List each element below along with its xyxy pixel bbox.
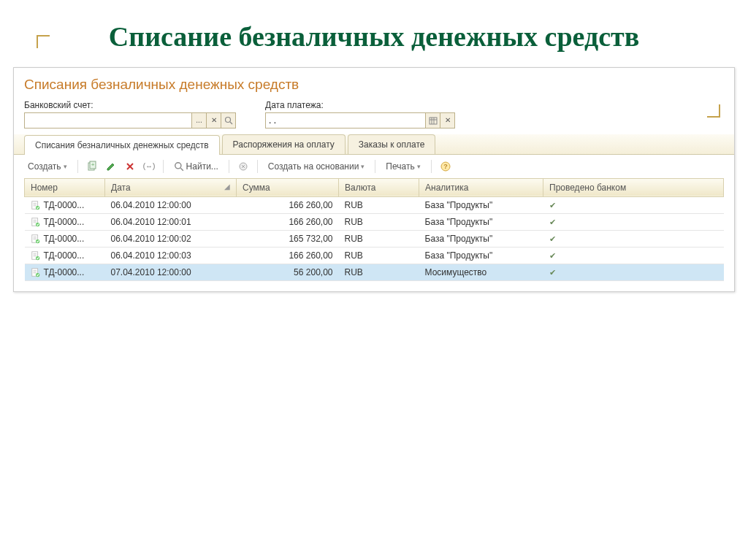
cell-currency: RUB	[339, 196, 419, 213]
table-row[interactable]: ТД-0000...06.04.2010 12:00:00166 260,00R…	[25, 196, 724, 213]
cell-date: 06.04.2010 12:00:02	[105, 230, 237, 247]
cell-currency: RUB	[339, 230, 419, 247]
cell-sum: 166 260,00	[237, 196, 339, 213]
tab-label: Списания безналичных денежных средств	[35, 140, 209, 150]
print-button[interactable]: Печать▾	[382, 160, 424, 173]
corner-decoration-br	[707, 104, 720, 118]
cell-date: 06.04.2010 12:00:01	[105, 213, 237, 230]
account-input[interactable]	[24, 112, 192, 129]
date-calendar-button[interactable]	[426, 112, 440, 129]
table-header-row: Номер Дата◢ Сумма Валюта Аналитика Прове…	[25, 178, 724, 196]
table-row[interactable]: ТД-0000...06.04.2010 12:00:01166 260,00R…	[25, 213, 724, 230]
col-sum[interactable]: Сумма	[237, 178, 339, 196]
tab-label: Заказы к оплате	[359, 139, 425, 150]
find-button[interactable]: Найти...	[170, 160, 222, 173]
document-icon	[31, 217, 41, 227]
sort-icon: ◢	[224, 183, 230, 191]
check-icon: ✔	[549, 201, 556, 210]
cell-bank: ✔	[543, 247, 724, 264]
search-icon	[174, 161, 184, 172]
document-icon	[31, 234, 41, 244]
document-icon	[31, 267, 41, 277]
edit-button[interactable]	[104, 159, 118, 174]
delete-button[interactable]	[123, 159, 137, 174]
cell-bank: ✔	[543, 230, 724, 247]
cell-number: ТД-0000...	[44, 234, 85, 244]
create-button[interactable]: Создать▾	[24, 160, 71, 173]
cell-sum: 166 260,00	[237, 213, 339, 230]
tab-label: Распоряжения на оплату	[233, 139, 335, 150]
date-clear-button[interactable]: ✕	[440, 112, 455, 129]
cell-sum: 166 260,00	[237, 247, 339, 264]
cell-sum: 165 732,00	[237, 230, 339, 247]
filter-clear-button[interactable]	[236, 159, 251, 174]
account-search-button[interactable]	[221, 112, 236, 129]
toolbar: Создать▾ + (↔) Найти... Создать на основ…	[14, 155, 734, 178]
account-clear-button[interactable]: ✕	[207, 112, 221, 129]
tab-pay-orders[interactable]: Заказы к оплате	[348, 134, 436, 154]
account-select-button[interactable]: ...	[192, 112, 207, 129]
svg-text:?: ?	[443, 163, 448, 170]
toggle-button[interactable]: (↔)	[142, 159, 156, 174]
table-row[interactable]: ТД-0000...06.04.2010 12:00:03166 260,00R…	[25, 247, 724, 264]
cell-analytics: База "Продукты"	[419, 247, 543, 264]
svg-text:+: +	[91, 161, 94, 168]
cell-number: ТД-0000...	[44, 267, 85, 277]
filter-bar: Банковский счет: ... ✕ Дата платежа:	[14, 100, 734, 134]
col-currency[interactable]: Валюта	[339, 178, 419, 196]
filter-account-label: Банковский счет:	[24, 100, 236, 110]
svg-point-0	[225, 117, 230, 122]
filter-icon	[237, 161, 249, 172]
cell-date: 06.04.2010 12:00:03	[105, 247, 237, 264]
separator	[77, 160, 78, 173]
dropdown-arrow-icon: ▾	[64, 163, 67, 170]
cell-bank: ✔	[543, 264, 724, 280]
separator	[431, 160, 432, 173]
help-button[interactable]: ?	[438, 159, 453, 174]
filter-account: Банковский счет: ... ✕	[24, 100, 236, 129]
col-date[interactable]: Дата◢	[105, 178, 237, 196]
check-icon: ✔	[549, 234, 556, 243]
print-label: Печать	[386, 161, 414, 172]
tab-writeoffs[interactable]: Списания безналичных денежных средств	[24, 135, 220, 155]
check-icon: ✔	[549, 268, 556, 277]
cell-currency: RUB	[339, 213, 419, 230]
dropdown-arrow-icon: ▾	[417, 163, 421, 170]
col-number[interactable]: Номер	[25, 178, 105, 196]
cell-number: ТД-0000...	[44, 217, 85, 227]
check-icon: ✔	[549, 218, 556, 226]
col-bank[interactable]: Проведено банком	[543, 178, 724, 196]
toggle-icon: (↔)	[143, 161, 155, 172]
svg-text:(↔): (↔)	[143, 162, 155, 170]
app-window: Списания безналичных денежных средств Ба…	[13, 67, 735, 292]
cell-analytics: База "Продукты"	[419, 230, 543, 247]
corner-decoration-tl	[37, 35, 50, 48]
cell-number: ТД-0000...	[44, 250, 85, 261]
find-label: Найти...	[186, 161, 218, 172]
filter-date: Дата платежа: ✕	[265, 100, 455, 129]
table-container: Номер Дата◢ Сумма Валюта Аналитика Прове…	[14, 178, 734, 291]
col-analytics[interactable]: Аналитика	[419, 178, 543, 196]
tab-orders[interactable]: Распоряжения на оплату	[222, 134, 346, 154]
document-icon	[31, 250, 41, 261]
cell-analytics: Мосимущество	[419, 264, 543, 280]
check-icon: ✔	[549, 251, 556, 260]
calendar-icon	[429, 116, 438, 125]
cell-analytics: База "Продукты"	[419, 196, 543, 213]
table-row[interactable]: ТД-0000...07.04.2010 12:00:0056 200,00RU…	[25, 264, 724, 280]
cell-number: ТД-0000...	[44, 200, 85, 210]
create-based-button[interactable]: Создать на основании▾	[264, 160, 369, 173]
slide-title: Списание безналичных денежных средств	[37, 20, 711, 54]
date-input[interactable]	[265, 112, 426, 129]
help-icon: ?	[440, 161, 451, 172]
copy-icon: +	[86, 161, 98, 172]
table-row[interactable]: ТД-0000...06.04.2010 12:00:02165 732,00R…	[25, 230, 724, 247]
create-label: Создать	[28, 161, 61, 172]
delete-icon	[124, 161, 136, 172]
copy-button[interactable]: +	[85, 159, 99, 174]
cell-bank: ✔	[543, 213, 724, 230]
cell-sum: 56 200,00	[237, 264, 339, 280]
cell-date: 07.04.2010 12:00:00	[105, 264, 237, 280]
svg-line-1	[230, 122, 232, 124]
cell-analytics: База "Продукты"	[419, 213, 543, 230]
